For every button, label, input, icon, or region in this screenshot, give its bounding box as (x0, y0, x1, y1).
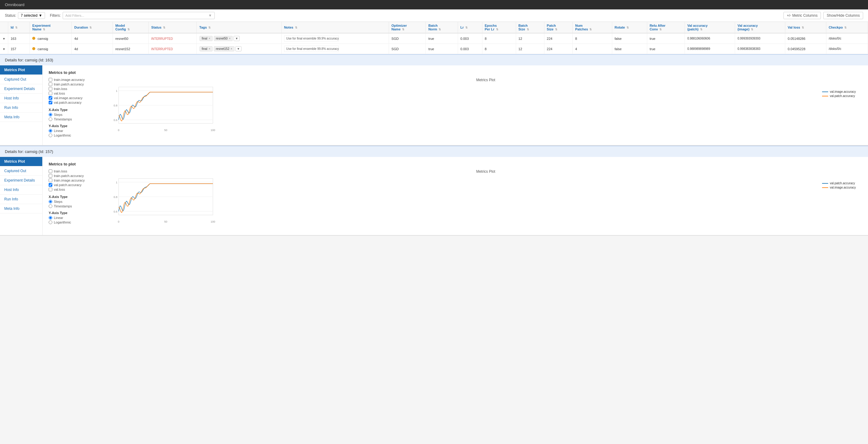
y-axis-radio[interactable] (49, 220, 52, 224)
tags-dropdown[interactable]: ▼ (236, 46, 242, 52)
metric-checkbox[interactable] (49, 174, 52, 178)
sidebar-item-run-info[interactable]: Run Info (0, 195, 42, 204)
metric-checkbox-item[interactable]: val.loss (49, 92, 103, 95)
col-val-accuracy-patch[interactable]: Val accuracy(patch) ⇅ (685, 22, 735, 33)
metric-checkbox[interactable] (49, 96, 52, 100)
x-axis-radio[interactable] (49, 117, 52, 121)
row-duration: 4d (72, 33, 113, 44)
tag-pill: resnet152 × (214, 46, 235, 52)
status-dropdown[interactable]: 7 selected ▼ (18, 12, 45, 19)
show-hide-button[interactable]: Show/Hide Columns (823, 12, 863, 19)
metric-checkbox[interactable] (49, 101, 52, 104)
metric-checkbox-label: train.image.accuracy (54, 179, 85, 182)
col-tags[interactable]: Tags ⇅ (197, 22, 282, 33)
metric-checkbox-label: val.patch.accuracy (54, 183, 82, 187)
metric-checkbox-item[interactable]: train.patch.accuracy (49, 83, 103, 86)
col-experiment-name[interactable]: ExperimentName ⇅ (30, 22, 72, 33)
sidebar-item-host-info[interactable]: Host Info (0, 94, 42, 103)
metric-checkbox[interactable] (49, 83, 52, 86)
row-optimizer: SGD (389, 44, 426, 54)
x-axis-title: X-Axis Type (49, 195, 103, 198)
row-tags: final ×resnet152 × ▼ (197, 44, 282, 54)
sidebar-item-experiment-details[interactable]: Experiment Details (0, 176, 42, 185)
sidebar-item-meta-info[interactable]: Meta Info (0, 113, 42, 122)
metric-checkbox-label: val.loss (54, 188, 65, 191)
metrics-chart-svg: 1 0.8 0.6 050100 (110, 176, 219, 224)
tags-dropdown[interactable]: ▼ (234, 36, 240, 41)
y-axis-radio[interactable] (49, 129, 52, 133)
metric-checkbox-item[interactable]: train.patch.accuracy (49, 174, 103, 178)
row-toggle[interactable]: ▼ (0, 33, 8, 44)
metric-checkbox-label: train.image.accuracy (54, 78, 85, 82)
metric-checkbox[interactable] (49, 169, 52, 173)
svg-text:0: 0 (118, 129, 119, 132)
col-duration[interactable]: Duration ⇅ (72, 22, 113, 33)
metric-checkbox-item[interactable]: val.image.accuracy (49, 96, 103, 100)
sidebar-item-captured-out[interactable]: Captured Out (0, 75, 42, 84)
metrics-plot-title: Metrics to plot (49, 70, 862, 75)
metric-checkbox-item[interactable]: train.loss (49, 169, 103, 173)
col-batch-norm[interactable]: BatchNorm ⇅ (426, 22, 458, 33)
metric-checkbox[interactable] (49, 87, 52, 91)
x-axis-radio-item[interactable]: Steps (49, 113, 103, 117)
y-axis-radio-item[interactable]: Linear (49, 129, 103, 133)
svg-text:50: 50 (164, 129, 167, 132)
metric-columns-button[interactable]: +/- Metric Columns (783, 12, 821, 19)
sidebar-item-metrics-plot[interactable]: Metrics Plot (0, 157, 42, 166)
col-relu-after-conv[interactable]: Relu AfterConv ⇅ (647, 22, 685, 33)
sidebar-item-metrics-plot[interactable]: Metrics Plot (0, 65, 42, 75)
col-val-accuracy-image[interactable]: Val accuracy(image) ⇅ (735, 22, 785, 33)
col-lr[interactable]: Lr ⇅ (458, 22, 482, 33)
y-axis-title: Y-Axis Type (49, 211, 103, 215)
x-axis-radio[interactable] (49, 113, 52, 117)
x-axis-radio[interactable] (49, 200, 52, 203)
sidebar-item-host-info[interactable]: Host Info (0, 185, 42, 195)
metric-checkbox-item[interactable]: val.loss (49, 188, 103, 191)
metric-checkbox-item[interactable]: train.image.accuracy (49, 78, 103, 82)
sidebar-item-meta-info[interactable]: Meta Info (0, 204, 42, 214)
legend-label: val.patch.accuracy (830, 94, 855, 98)
col-checkpoint[interactable]: Checkpo ⇅ (826, 22, 868, 33)
col-val-loss[interactable]: Val loss ⇅ (785, 22, 826, 33)
x-axis-radio-item[interactable]: Timestamps (49, 204, 103, 208)
metric-checkbox[interactable] (49, 179, 52, 182)
x-axis-radio-item[interactable]: Steps (49, 200, 103, 203)
filter-input-container[interactable]: Add Filters... ▼ (63, 12, 215, 19)
metric-checkbox[interactable] (49, 92, 52, 95)
y-axis-radio[interactable] (49, 216, 52, 220)
sidebar-item-captured-out[interactable]: Captured Out (0, 166, 42, 176)
metrics-chart-svg: 1 0.8 0.6 050100 (110, 84, 219, 133)
col-notes[interactable]: Notes ⇅ (281, 22, 389, 33)
metric-checkbox-item[interactable]: val.patch.accuracy (49, 101, 103, 104)
col-num-patches[interactable]: NumPatches ⇅ (573, 22, 612, 33)
metric-checkbox-item[interactable]: train.image.accuracy (49, 179, 103, 182)
legend-line (822, 92, 828, 92)
legend-item: val.image.accuracy (822, 90, 856, 93)
svg-text:0: 0 (118, 220, 119, 223)
sidebar-item-experiment-details[interactable]: Experiment Details (0, 84, 42, 94)
row-toggle[interactable]: ▼ (0, 44, 8, 54)
col-status[interactable]: Status ⇅ (149, 22, 197, 33)
metric-checkbox[interactable] (49, 188, 52, 191)
metric-checkbox[interactable] (49, 78, 52, 82)
col-patch-size[interactable]: PatchSize ⇅ (544, 22, 572, 33)
metric-checkbox-item[interactable]: val.patch.accuracy (49, 183, 103, 187)
x-axis-radio-item[interactable]: Timestamps (49, 117, 103, 121)
row-experiment-name: camsig (30, 33, 72, 44)
x-axis-radio[interactable] (49, 204, 52, 208)
y-axis-radio-item[interactable]: Logarithmic (49, 133, 103, 137)
col-epochs-per-lr[interactable]: EpochsPer Lr ⇅ (482, 22, 516, 33)
sidebar-item-run-info[interactable]: Run Info (0, 103, 42, 113)
y-axis-radio[interactable] (49, 133, 52, 137)
col-model-config[interactable]: ModelConfig ⇅ (113, 22, 149, 33)
col-id[interactable]: Id ⇅ (8, 22, 30, 33)
row-patch-size: 224 (544, 44, 572, 54)
metric-checkbox[interactable] (49, 183, 52, 187)
y-axis-radio-item[interactable]: Logarithmic (49, 220, 103, 224)
metrics-layout: train.loss train.patch.accuracy train.im… (49, 169, 862, 230)
col-rotate[interactable]: Rotate ⇅ (612, 22, 647, 33)
metric-checkbox-item[interactable]: train.loss (49, 87, 103, 91)
y-axis-radio-item[interactable]: Linear (49, 216, 103, 220)
col-batch-size[interactable]: BatchSize ⇅ (516, 22, 544, 33)
col-optimizer[interactable]: OptimizerName ⇅ (389, 22, 426, 33)
